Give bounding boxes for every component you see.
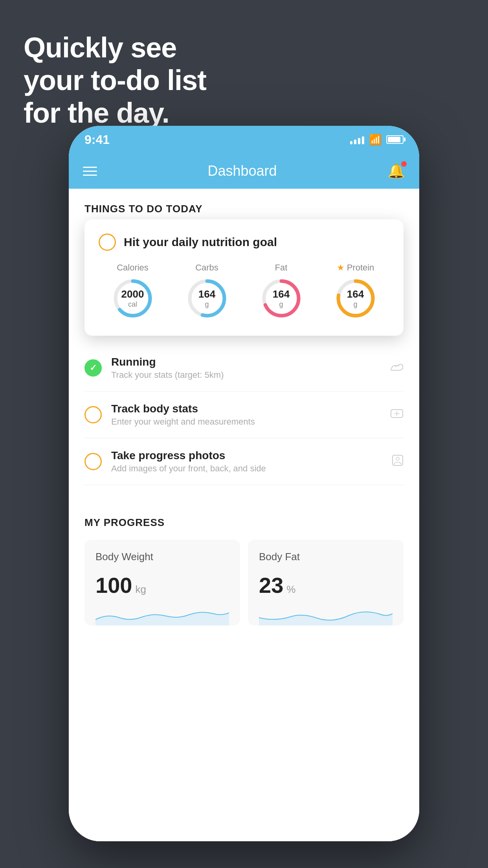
body-fat-value: 23 <box>259 572 283 598</box>
things-to-do-header: THINGS TO DO TODAY <box>69 189 419 223</box>
body-fat-chart <box>259 606 393 625</box>
featured-card-header: Hit your daily nutrition goal <box>99 234 389 251</box>
scale-icon <box>390 408 404 422</box>
running-title: Running <box>111 356 381 368</box>
body-stats-subtitle: Enter your weight and measurements <box>111 417 381 427</box>
star-icon: ★ <box>337 263 345 273</box>
nutrition-goal-checkbox[interactable] <box>99 234 116 251</box>
progress-header: MY PROGRESS <box>84 517 404 529</box>
battery-fill <box>388 137 400 142</box>
carbs-value-text: 164 g <box>198 288 215 309</box>
headline-line3: for the day. <box>24 97 206 129</box>
calories-value-text: 2000 cal <box>121 288 144 309</box>
protein-label: ★ Protein <box>337 263 374 273</box>
body-stats-checkbox[interactable] <box>84 406 102 423</box>
calories-label: Calories <box>117 263 149 273</box>
notification-bell-icon[interactable]: 🔔 <box>387 163 405 179</box>
signal-bar-1 <box>350 141 352 144</box>
body-weight-value-row: 100 kg <box>95 572 229 598</box>
content-area: THINGS TO DO TODAY Hit your daily nutrit… <box>69 189 419 841</box>
body-weight-card[interactable]: Body Weight 100 kg <box>84 540 240 625</box>
fat-value-text: 164 g <box>273 288 290 309</box>
body-weight-value: 100 <box>95 572 132 598</box>
progress-photos-title: Take progress photos <box>111 449 382 462</box>
featured-card-title: Hit your daily nutrition goal <box>124 235 277 249</box>
progress-photos-checkbox[interactable] <box>84 453 102 470</box>
featured-nutrition-card[interactable]: Hit your daily nutrition goal Calories 2… <box>84 219 404 336</box>
running-subtitle: Track your stats (target: 5km) <box>111 370 381 380</box>
protein-donut: 164 g <box>334 277 377 320</box>
nav-bar: Dashboard 🔔 <box>69 153 419 189</box>
progress-cards: Body Weight 100 kg Body Fat <box>84 540 404 625</box>
nutrition-fat: Fat 164 g <box>260 263 303 320</box>
hamburger-line-2 <box>83 171 97 172</box>
battery-icon <box>386 135 404 144</box>
todo-list: Running Track your stats (target: 5km) <box>69 345 419 485</box>
wifi-icon: 📶 <box>369 134 382 146</box>
list-item-progress-photos[interactable]: Take progress photos Add images of your … <box>84 438 404 485</box>
status-time: 9:41 <box>84 132 110 147</box>
signal-bar-3 <box>358 138 360 144</box>
headline: Quickly see your to-do list for the day. <box>24 31 206 129</box>
signal-bar-4 <box>362 136 364 144</box>
list-item-running[interactable]: Running Track your stats (target: 5km) <box>84 345 404 392</box>
progress-photos-text: Take progress photos Add images of your … <box>111 449 382 474</box>
carbs-donut: 164 g <box>185 277 229 320</box>
body-fat-card-title: Body Fat <box>259 551 393 563</box>
running-checkbox[interactable] <box>84 359 102 377</box>
hamburger-line-1 <box>83 167 97 168</box>
body-stats-title: Track body stats <box>111 403 381 415</box>
nav-title: Dashboard <box>207 163 277 179</box>
fat-label: Fat <box>275 263 288 273</box>
protein-value-text: 164 g <box>347 288 364 309</box>
calories-donut: 2000 cal <box>111 277 154 320</box>
status-icons: 📶 <box>350 134 404 146</box>
nutrition-calories: Calories 2000 cal <box>111 263 154 320</box>
nutrition-protein: ★ Protein 164 g <box>334 263 377 320</box>
status-bar: 9:41 📶 <box>69 126 419 153</box>
hamburger-menu-button[interactable] <box>83 167 97 176</box>
progress-photos-subtitle: Add images of your front, back, and side <box>111 463 382 474</box>
running-text: Running Track your stats (target: 5km) <box>111 356 381 380</box>
signal-bar-2 <box>354 140 356 144</box>
progress-section: MY PROGRESS Body Weight 100 kg <box>69 501 419 625</box>
headline-line2: your to-do list <box>24 64 206 97</box>
headline-line1: Quickly see <box>24 31 206 64</box>
phone-mockup: 9:41 📶 Dashboard 🔔 TH <box>69 126 419 841</box>
body-stats-text: Track body stats Enter your weight and m… <box>111 403 381 427</box>
body-weight-unit: kg <box>135 583 146 596</box>
notification-dot <box>401 161 407 167</box>
nutrition-carbs: Carbs 164 g <box>185 263 229 320</box>
body-fat-unit: % <box>286 583 295 596</box>
hamburger-line-3 <box>83 175 97 176</box>
signal-bars-icon <box>350 135 364 144</box>
fat-donut: 164 g <box>260 277 303 320</box>
nutrition-goals-row: Calories 2000 cal Carbs <box>99 263 389 320</box>
body-fat-value-row: 23 % <box>259 572 393 598</box>
body-fat-card[interactable]: Body Fat 23 % <box>248 540 404 625</box>
list-item-body-stats[interactable]: Track body stats Enter your weight and m… <box>84 392 404 438</box>
body-weight-chart <box>95 606 229 625</box>
running-shoe-icon <box>390 361 404 375</box>
carbs-label: Carbs <box>195 263 218 273</box>
body-weight-card-title: Body Weight <box>95 551 229 563</box>
svg-point-10 <box>396 457 399 460</box>
portrait-icon <box>392 454 404 469</box>
